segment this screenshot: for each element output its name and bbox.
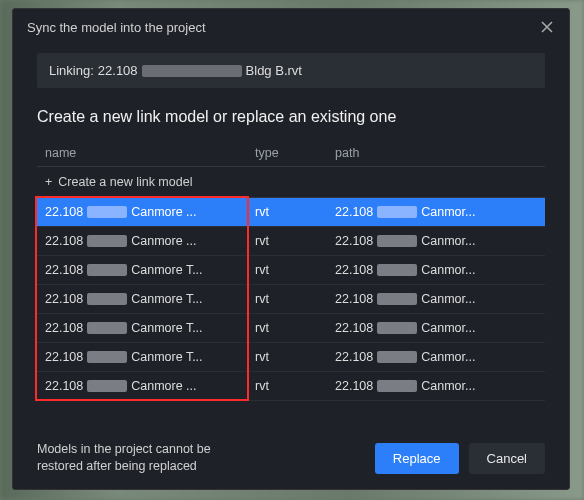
cell-type: rvt — [255, 379, 335, 393]
close-icon[interactable] — [539, 19, 555, 35]
name-prefix: 22.108 — [45, 205, 83, 219]
dialog-title: Sync the model into the project — [27, 20, 206, 35]
table-header: name type path — [37, 140, 545, 167]
name-suffix: Canmore T... — [131, 321, 202, 335]
dialog-body: Linking: 22.108 Bldg B.rvt Create a new … — [13, 45, 569, 427]
col-type: type — [255, 146, 335, 160]
cell-name: 22.108Canmore ... — [45, 379, 255, 393]
cell-path: 22.108Canmor... — [335, 263, 537, 277]
name-prefix: 22.108 — [45, 350, 83, 364]
cell-name: 22.108Canmore T... — [45, 292, 255, 306]
dialog-footer: Models in the project cannot be restored… — [13, 427, 569, 489]
name-suffix: Canmore T... — [131, 350, 202, 364]
name-suffix: Canmore T... — [131, 263, 202, 277]
cell-type: rvt — [255, 263, 335, 277]
cell-type: rvt — [255, 234, 335, 248]
cell-path: 22.108Canmor... — [335, 321, 537, 335]
path-suffix: Canmor... — [421, 350, 475, 364]
redacted-text — [377, 380, 417, 392]
path-suffix: Canmor... — [421, 379, 475, 393]
create-row-content: +Create a new link model — [45, 175, 537, 189]
cell-name: 22.108Canmore ... — [45, 234, 255, 248]
cell-name: 22.108Canmore T... — [45, 350, 255, 364]
cell-path: 22.108Canmor... — [335, 205, 537, 219]
redacted-text — [87, 351, 127, 363]
table-row[interactable]: 22.108Canmore ...rvt22.108Canmor... — [37, 198, 545, 227]
create-row-label: Create a new link model — [58, 175, 192, 189]
name-prefix: 22.108 — [45, 292, 83, 306]
cell-name: 22.108Canmore T... — [45, 263, 255, 277]
table-row[interactable]: 22.108Canmore T...rvt22.108Canmor... — [37, 343, 545, 372]
redacted-text — [377, 293, 417, 305]
path-prefix: 22.108 — [335, 234, 373, 248]
path-prefix: 22.108 — [335, 350, 373, 364]
cell-path: 22.108Canmor... — [335, 234, 537, 248]
plus-icon: + — [45, 175, 52, 189]
table-row[interactable]: 22.108Canmore T...rvt22.108Canmor... — [37, 314, 545, 343]
path-suffix: Canmor... — [421, 263, 475, 277]
name-prefix: 22.108 — [45, 263, 83, 277]
redacted-text — [377, 235, 417, 247]
path-suffix: Canmor... — [421, 292, 475, 306]
redacted-text — [87, 206, 127, 218]
redacted-text — [377, 351, 417, 363]
col-name: name — [45, 146, 255, 160]
name-prefix: 22.108 — [45, 321, 83, 335]
cell-path: 22.108Canmor... — [335, 379, 537, 393]
redacted-text — [87, 235, 127, 247]
dialog-titlebar: Sync the model into the project — [13, 9, 569, 45]
sync-dialog: Sync the model into the project Linking:… — [12, 8, 570, 490]
cell-type: rvt — [255, 205, 335, 219]
create-new-link-row[interactable]: +Create a new link model — [37, 167, 545, 198]
redacted-text — [377, 322, 417, 334]
table-row[interactable]: 22.108Canmore ...rvt22.108Canmor... — [37, 227, 545, 256]
table-row[interactable]: 22.108Canmore T...rvt22.108Canmor... — [37, 285, 545, 314]
cell-type: rvt — [255, 321, 335, 335]
linking-prefix: 22.108 — [98, 63, 138, 78]
replace-button[interactable]: Replace — [375, 443, 459, 474]
redacted-text — [142, 65, 242, 77]
name-prefix: 22.108 — [45, 234, 83, 248]
table-body: 22.108Canmore ...rvt22.108Canmor...22.10… — [37, 198, 545, 401]
name-suffix: Canmore ... — [131, 205, 196, 219]
redacted-text — [377, 264, 417, 276]
name-suffix: Canmore ... — [131, 234, 196, 248]
path-prefix: 22.108 — [335, 321, 373, 335]
name-suffix: Canmore ... — [131, 379, 196, 393]
linking-label: Linking: — [49, 63, 94, 78]
path-suffix: Canmor... — [421, 321, 475, 335]
path-prefix: 22.108 — [335, 205, 373, 219]
cell-name: 22.108Canmore T... — [45, 321, 255, 335]
cell-type: rvt — [255, 350, 335, 364]
redacted-text — [87, 322, 127, 334]
path-suffix: Canmor... — [421, 205, 475, 219]
col-path: path — [335, 146, 537, 160]
redacted-text — [87, 380, 127, 392]
button-group: Replace Cancel — [375, 443, 545, 474]
path-prefix: 22.108 — [335, 379, 373, 393]
section-heading: Create a new link model or replace an ex… — [37, 108, 545, 126]
warning-text: Models in the project cannot be restored… — [37, 441, 257, 475]
redacted-text — [87, 264, 127, 276]
name-prefix: 22.108 — [45, 379, 83, 393]
linking-suffix: Bldg B.rvt — [246, 63, 302, 78]
models-table: name type path +Create a new link model … — [37, 140, 545, 401]
linking-info: Linking: 22.108 Bldg B.rvt — [37, 53, 545, 88]
cancel-button[interactable]: Cancel — [469, 443, 545, 474]
redacted-text — [377, 206, 417, 218]
cell-path: 22.108Canmor... — [335, 350, 537, 364]
cell-path: 22.108Canmor... — [335, 292, 537, 306]
name-suffix: Canmore T... — [131, 292, 202, 306]
table-row[interactable]: 22.108Canmore T...rvt22.108Canmor... — [37, 256, 545, 285]
table-row[interactable]: 22.108Canmore ...rvt22.108Canmor... — [37, 372, 545, 401]
redacted-text — [87, 293, 127, 305]
path-prefix: 22.108 — [335, 263, 373, 277]
path-prefix: 22.108 — [335, 292, 373, 306]
cell-type: rvt — [255, 292, 335, 306]
cell-name: 22.108Canmore ... — [45, 205, 255, 219]
path-suffix: Canmor... — [421, 234, 475, 248]
